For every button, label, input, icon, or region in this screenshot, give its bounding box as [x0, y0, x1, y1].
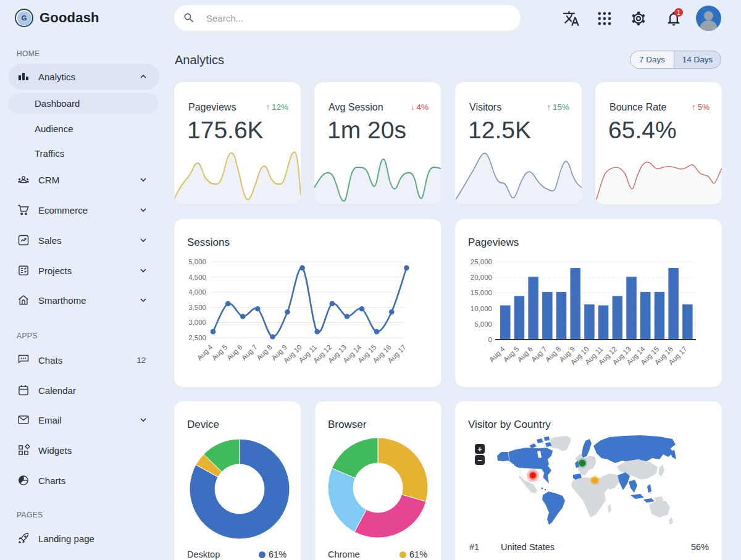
svg-text:Aug 4: Aug 4 [196, 343, 214, 362]
svg-text:Aug 5: Aug 5 [211, 343, 229, 362]
svg-text:5,000: 5,000 [474, 320, 492, 328]
svg-text:4,000: 4,000 [188, 288, 206, 296]
svg-text:3,000: 3,000 [188, 319, 206, 326]
svg-text:Aug 6: Aug 6 [225, 343, 244, 362]
svg-text:4,500: 4,500 [188, 274, 206, 281]
svg-text:3,500: 3,500 [188, 304, 206, 311]
svg-text:Aug 8: Aug 8 [544, 345, 563, 364]
svg-text:0: 0 [488, 336, 492, 343]
svg-text:Aug 6: Aug 6 [516, 345, 534, 364]
svg-text:2,500: 2,500 [188, 334, 206, 341]
svg-text:Aug 5: Aug 5 [502, 345, 521, 364]
svg-text:Aug 8: Aug 8 [255, 343, 274, 362]
svg-text:10,000: 10,000 [471, 305, 492, 312]
svg-text:15,000: 15,000 [471, 289, 492, 296]
svg-text:20,000: 20,000 [471, 274, 492, 281]
svg-text:25,000: 25,000 [471, 258, 492, 265]
svg-text:Aug 7: Aug 7 [530, 345, 548, 364]
svg-text:Aug 7: Aug 7 [240, 343, 259, 362]
svg-text:5,000: 5,000 [188, 258, 206, 265]
